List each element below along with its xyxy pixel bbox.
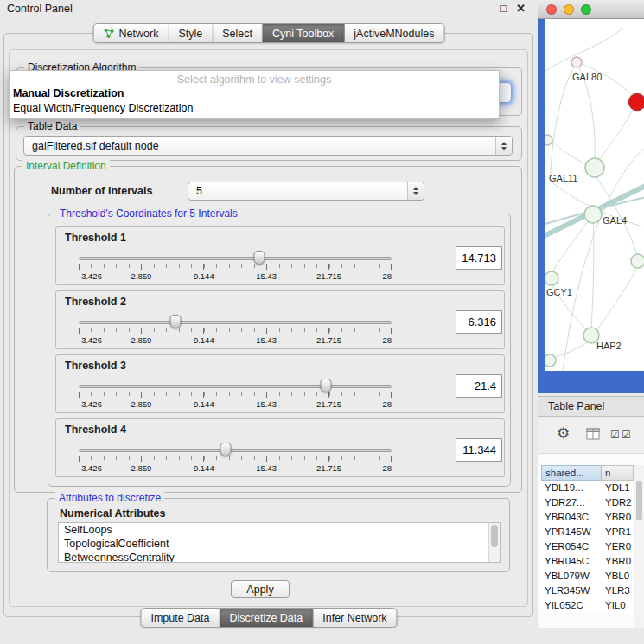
slider-major-ticks — [79, 264, 392, 270]
interval-definition-group: Interval Definition Number of Intervals … — [14, 166, 522, 493]
tab-select[interactable]: Select — [213, 24, 263, 42]
tab-label: Cyni Toolbox — [272, 28, 334, 40]
number-of-intervals-value: 5 — [196, 185, 202, 197]
group-title: Table Data — [24, 120, 80, 133]
table-row[interactable]: YLR345WYLR3 — [541, 583, 642, 598]
tab-discretize-data[interactable]: Discretize Data — [220, 609, 314, 627]
close-panel-icon[interactable]: ✕ — [516, 2, 526, 15]
table-row[interactable]: YDR27...YDR2 — [541, 495, 642, 510]
dropdown-option-equal-width-frequency[interactable]: Equal Width/Frequency Discretization — [10, 100, 499, 115]
table-panel-titlebar: Table Panel — [538, 396, 644, 417]
attributes-to-discretize-group: Attributes to discretize Numerical Attri… — [47, 498, 510, 572]
tab-style[interactable]: Style — [169, 24, 213, 42]
tab-label: Network — [119, 28, 159, 40]
dropdown-placeholder: Select algorithm to view settings — [10, 71, 499, 86]
tab-jactivemnodules[interactable]: jActiveMNodules — [344, 24, 443, 42]
slider-tick-labels: -3.4262.8599.14415.4321.71528 — [79, 271, 392, 281]
table-row[interactable]: YBR045CYBR0 — [541, 554, 642, 569]
slider-tick-labels: -3.4262.8599.14415.4321.71528 — [79, 463, 392, 473]
screen: Control Panel □ ✕ Network Style Select C… — [0, 0, 644, 644]
show-columns-icon[interactable] — [586, 428, 600, 443]
table-row[interactable]: YPR145WYPR1 — [541, 525, 642, 539]
node-label-gal4[interactable]: GAL4 — [603, 215, 627, 226]
slider-thumb[interactable] — [253, 251, 265, 265]
slider-tick-labels: -3.4262.8599.14415.4321.71528 — [79, 399, 392, 409]
slider-major-ticks — [79, 328, 392, 334]
network-canvas[interactable]: GAL80 GAL11 GAL4 GCY1 HAP2 — [545, 19, 644, 371]
gear-icon[interactable]: ⚙ — [557, 424, 570, 443]
list-scrollbar[interactable] — [488, 523, 500, 562]
scrollbar-thumb[interactable] — [491, 525, 498, 547]
threshold-3-panel: Threshold 3 -3.4262.8599.14415.4321.7152… — [55, 354, 505, 413]
node-label-gcy1[interactable]: GCY1 — [546, 287, 572, 297]
close-window-icon[interactable] — [546, 4, 557, 15]
tab-label: Infer Network — [322, 612, 386, 624]
group-title: Interval Definition — [22, 160, 110, 173]
combo-stepper-icon[interactable] — [407, 182, 424, 200]
node-label-gal80[interactable]: GAL80 — [572, 72, 602, 82]
table-row[interactable]: YER054CYER0 — [541, 539, 642, 554]
selected-node — [629, 94, 644, 111]
list-item[interactable]: BetweennessCentrality — [59, 551, 500, 563]
slider-track[interactable] — [79, 449, 392, 452]
table-row[interactable]: YIL052CYIL0 — [541, 598, 642, 613]
threshold-label: Threshold 2 — [65, 296, 126, 308]
zoom-window-icon[interactable] — [581, 4, 591, 15]
select-all-checkbox-icon[interactable]: ☑ — [610, 429, 620, 441]
threshold-4-panel: Threshold 4 -3.4262.8599.14415.4321.7152… — [55, 418, 505, 477]
cyni-mode-tabs: Impute Data Discretize Data Infer Networ… — [140, 608, 397, 628]
threshold-value-field[interactable]: 14.713 — [456, 246, 502, 270]
select-none-checkbox-icon[interactable]: ☑ — [622, 429, 631, 441]
list-item[interactable]: SelfLoops — [59, 523, 500, 537]
threshold-value-field[interactable]: 21.4 — [456, 374, 502, 398]
tab-network[interactable]: Network — [94, 24, 169, 42]
threshold-label: Threshold 3 — [65, 360, 126, 372]
tab-impute-data[interactable]: Impute Data — [141, 609, 220, 627]
table-panel-title: Table Panel — [548, 400, 604, 412]
threshold-2-panel: Threshold 2 -3.4262.8599.14415.4321.7152… — [55, 290, 505, 349]
group-title: Threshold's Coordinates for 5 Intervals — [56, 207, 241, 220]
slider-track[interactable] — [79, 257, 392, 260]
minimize-window-icon[interactable] — [564, 4, 574, 15]
tab-infer-network[interactable]: Infer Network — [313, 609, 396, 627]
panel-title: Control Panel — [7, 3, 73, 15]
slider-track[interactable] — [79, 385, 392, 388]
table-row[interactable]: YBR043CYBR0 — [541, 510, 642, 525]
tab-label: Impute Data — [150, 612, 209, 624]
table-panel: ⚙ ☑ ☑ shared... n YDL19...YDL1 YDR27...Y… — [538, 418, 644, 628]
thresholds-group: Threshold's Coordinates for 5 Intervals … — [48, 214, 511, 487]
table-data-value: galFiltered.sif default node — [32, 140, 159, 152]
node-label-gal11[interactable]: GAL11 — [549, 173, 577, 183]
dropdown-option-manual-discretization[interactable]: Manual Discretization — [10, 86, 499, 100]
slider-thumb[interactable] — [170, 315, 182, 328]
threshold-1-panel: Threshold 1 -3.4262.8599.14415.4321.7152… — [55, 226, 505, 285]
threshold-value-field[interactable]: 11.344 — [456, 438, 502, 462]
slider-major-ticks — [79, 392, 392, 398]
slider-thumb[interactable] — [320, 379, 331, 392]
scrollbar-thumb[interactable] — [636, 481, 642, 520]
threshold-label: Threshold 4 — [65, 424, 126, 436]
apply-button[interactable]: Apply — [231, 580, 290, 598]
number-of-intervals-select[interactable]: 5 — [188, 182, 424, 201]
group-title: Attributes to discretize — [55, 492, 164, 505]
network-window-titlebar — [538, 0, 644, 19]
node-label-hap2[interactable]: HAP2 — [596, 341, 622, 351]
float-window-icon[interactable]: □ — [500, 2, 507, 15]
column-header-name[interactable]: n — [602, 465, 634, 481]
combo-stepper-icon[interactable] — [495, 137, 512, 155]
tab-cyni-toolbox[interactable]: Cyni Toolbox — [263, 24, 344, 42]
table-data-select[interactable]: galFiltered.sif default node — [23, 136, 513, 156]
table-scrollbar[interactable] — [634, 465, 644, 628]
slider-track[interactable] — [79, 321, 392, 324]
column-header-shared-name[interactable]: shared... — [541, 465, 602, 481]
threshold-value-field[interactable]: 6.316 — [456, 310, 502, 334]
table-data-group: Table Data galFiltered.sif default node — [16, 126, 522, 161]
slider-thumb[interactable] — [220, 443, 232, 456]
list-item[interactable]: TopologicalCoefficient — [59, 537, 500, 551]
table-row[interactable]: YBL079WYBL0 — [541, 569, 642, 583]
threshold-label: Threshold 1 — [65, 232, 126, 244]
table-row[interactable]: YDL19...YDL1 — [541, 481, 642, 495]
number-of-intervals-label: Number of Intervals — [51, 185, 152, 197]
numerical-attributes-label: Numerical Attributes — [60, 507, 165, 520]
table-rows: YDL19...YDL1 YDR27...YDR2 YBR043CYBR0 YP… — [541, 481, 642, 613]
